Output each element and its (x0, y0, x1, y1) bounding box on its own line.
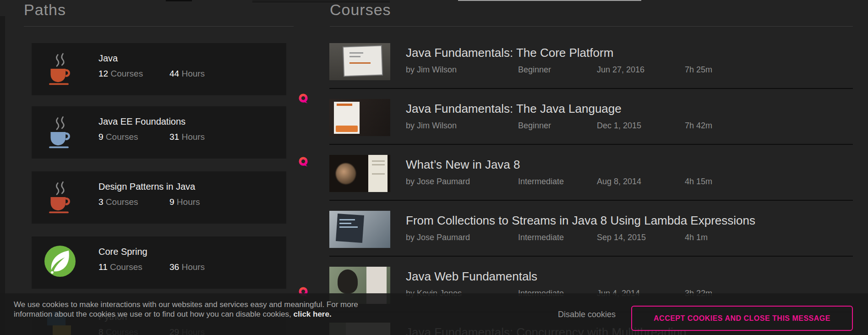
course-title: From Collections to Streams in Java 8 Us… (406, 214, 755, 228)
coffee-cup-icon (44, 115, 77, 149)
course-level: Beginner (518, 65, 551, 75)
path-card-java-ee[interactable]: Java EE Foundations 9 Courses 31 Hours (32, 106, 286, 159)
course-duration: 4h 1m (685, 233, 708, 242)
course-row-divider (329, 256, 853, 257)
path-course-label: Courses (110, 262, 142, 272)
courses-section-title: Courses (330, 1, 391, 19)
path-hours-count: 31 (169, 132, 179, 142)
path-card-design-patterns[interactable]: Design Patterns in Java 3 Courses 9 Hour… (32, 171, 286, 224)
path-hours-label: Hours (177, 197, 200, 207)
course-thumbnail[interactable] (329, 211, 390, 248)
path-meta: 9 Courses 31 Hours (98, 132, 138, 142)
course-date: Dec 1, 2015 (597, 121, 641, 131)
course-author: by Jim Wilson (406, 65, 457, 75)
course-meta: by Jose Paumard Intermediate Aug 8, 2014… (406, 177, 853, 188)
path-course-count: 9 (98, 132, 104, 142)
course-row-core-platform[interactable]: Java Fundamentals: The Core Platform by … (329, 43, 853, 93)
path-title: Java (98, 53, 118, 64)
course-date: Aug 8, 2014 (597, 177, 641, 187)
cookie-message-line2: information about the cookies we use or … (14, 310, 293, 319)
spring-leaf-icon (44, 246, 77, 280)
path-hours-count: 36 (169, 262, 179, 272)
path-course-label: Courses (110, 69, 143, 78)
course-title: Java Web Fundamentals (406, 269, 537, 284)
course-author: by Jose Paumard (406, 177, 470, 187)
path-progress-icon (299, 93, 309, 104)
accept-cookies-button[interactable]: ACCEPT COOKIES AND CLOSE THIS MESSAGE (631, 306, 853, 331)
path-title: Design Patterns in Java (98, 181, 195, 192)
course-title: Java Fundamentals: The Core Platform (406, 46, 613, 60)
course-row-divider (329, 88, 853, 89)
course-title: What’s New in Java 8 (406, 158, 520, 172)
path-hours-count: 9 (169, 197, 175, 207)
courses-divider (330, 26, 853, 27)
course-row-java-language[interactable]: Java Fundamentals: The Java Language by … (329, 99, 853, 149)
course-date: Sep 14, 2015 (597, 233, 646, 242)
course-meta: by Jim Wilson Beginner Jun 27, 2016 7h 2… (406, 65, 853, 76)
course-thumbnail[interactable] (329, 99, 390, 136)
path-title: Java EE Foundations (98, 116, 186, 127)
course-thumbnail[interactable] (329, 155, 390, 192)
path-hours-count: 44 (169, 69, 179, 78)
course-row-collections-streams[interactable]: From Collections to Streams in Java 8 Us… (329, 211, 853, 261)
path-title: Core Spring (98, 247, 147, 257)
path-course-label: Courses (106, 132, 138, 142)
path-hours-label: Hours (181, 132, 205, 142)
course-duration: 4h 15m (685, 177, 712, 187)
course-row-divider (329, 144, 853, 145)
path-course-count: 11 (98, 262, 108, 272)
path-meta: 11 Courses 36 Hours (98, 262, 142, 272)
paths-divider (24, 26, 294, 27)
course-meta: by Jim Wilson Beginner Dec 1, 2015 7h 42… (406, 121, 853, 132)
course-level: Intermediate (518, 177, 564, 187)
course-duration: 7h 42m (685, 121, 712, 131)
path-card-java[interactable]: Java 12 Courses 44 Hours (32, 43, 286, 95)
click-here-link[interactable]: click here. (293, 310, 331, 319)
path-course-count: 12 (98, 69, 108, 78)
coffee-cup-icon (44, 181, 77, 214)
path-hours-label: Hours (181, 262, 205, 272)
path-hours-label: Hours (181, 69, 205, 78)
cutoff-top-element (166, 0, 192, 1)
path-progress-icon (299, 157, 309, 168)
course-row-whats-new-java8[interactable]: What’s New in Java 8 by Jose Paumard Int… (329, 155, 853, 205)
cutoff-top-underline (458, 0, 641, 1)
paths-section-title: Paths (24, 1, 66, 19)
disable-cookies-link[interactable]: Disable cookies (558, 310, 616, 319)
course-row-divider (329, 200, 853, 201)
course-level: Beginner (518, 121, 551, 131)
left-edge-strip (0, 16, 5, 335)
cookie-banner: We use cookies to make interactions with… (0, 293, 868, 335)
course-duration: 7h 25m (685, 65, 712, 75)
coffee-cup-icon (44, 52, 77, 86)
path-meta: 3 Courses 9 Hours (98, 197, 138, 207)
course-title: Java Fundamentals: The Java Language (406, 102, 622, 116)
path-course-label: Courses (106, 197, 138, 207)
course-level: Intermediate (518, 233, 564, 242)
course-thumbnail[interactable] (329, 43, 390, 80)
path-card-core-spring[interactable]: Core Spring 11 Courses 36 Hours (32, 236, 286, 289)
course-meta: by Jose Paumard Intermediate Sep 14, 201… (406, 233, 853, 244)
path-meta: 12 Courses 44 Hours (98, 69, 143, 79)
cookie-message-line1: We use cookies to make interactions with… (14, 300, 358, 309)
course-author: by Jose Paumard (406, 233, 470, 242)
cookie-message: We use cookies to make interactions with… (14, 300, 358, 319)
course-date: Jun 27, 2016 (597, 65, 644, 75)
course-author: by Jim Wilson (406, 121, 457, 131)
path-course-count: 3 (98, 197, 104, 207)
